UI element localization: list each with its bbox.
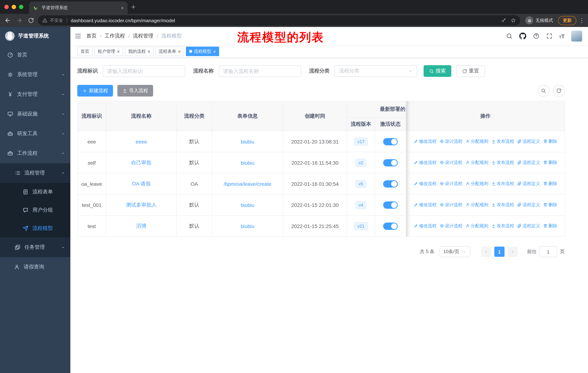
tag-close-icon[interactable]: × [213,49,216,54]
back-button[interactable] [3,16,12,25]
delete-link[interactable]: 删除 [543,223,557,229]
assign-rule-link[interactable]: 分配规则 [465,223,488,229]
edit-process-link[interactable]: 修改流程 [414,138,437,145]
search-icon[interactable] [506,33,512,39]
assign-rule-link[interactable]: 分配规则 [465,181,488,187]
sidebar-item-leave-query[interactable]: 请假查询 [0,257,70,277]
github-icon[interactable] [519,32,526,40]
sidebar-item-system[interactable]: 系统管理 [0,65,70,84]
assign-rule-link[interactable]: 分配规则 [465,160,488,166]
form-info-link[interactable]: biubiu [241,139,254,144]
design-process-link[interactable]: 设计流程 [440,223,462,229]
form-info-link[interactable]: biubiu [241,223,254,229]
prev-page-button[interactable] [481,247,491,257]
create-process-button[interactable]: 新建流程 [77,85,113,97]
process-definition-link[interactable]: 流程定义 [517,138,540,145]
browser-menu-icon[interactable]: ⋮ [578,17,585,24]
delete-link[interactable]: 删除 [543,202,557,208]
tag-close-icon[interactable]: × [117,49,120,54]
model-name-link[interactable]: 测试多审批人 [126,202,157,207]
browser-tab[interactable]: 芋道管理系统 × [29,1,128,14]
reset-button[interactable]: 重置 [456,65,485,77]
search-button[interactable]: 搜索 [424,65,451,77]
active-toggle[interactable] [383,222,398,230]
tag-my-process[interactable]: 我的流程× [125,47,153,56]
font-size-icon[interactable]: TT [559,33,565,39]
help-icon[interactable] [533,33,539,39]
form-info-link[interactable]: biubiu [241,202,254,208]
design-process-link[interactable]: 设计流程 [440,202,462,208]
process-category-select[interactable]: 流程分类 [335,65,417,77]
model-name-link[interactable]: 自己审批 [131,159,151,165]
forward-button[interactable] [15,16,24,25]
refresh-table-button[interactable] [553,85,565,97]
sidebar-item-payment[interactable]: 支付管理 [0,84,70,104]
sidebar-item-infrastructure[interactable]: 基础设施 [0,104,70,124]
edit-process-link[interactable]: 修改流程 [414,160,437,166]
bookmark-star-icon[interactable] [511,18,516,23]
publish-process-link[interactable]: 发布流程 [491,160,514,166]
window-zoom-button[interactable] [19,5,23,9]
sidebar-item-task-mgmt[interactable]: 任务管理 [0,238,70,257]
design-process-link[interactable]: 设计流程 [440,160,462,166]
sidebar-item-home[interactable]: 首页 [0,45,70,65]
model-name-link[interactable]: 滔博 [136,223,146,229]
toggle-search-button[interactable] [538,85,549,97]
publish-process-link[interactable]: 发布流程 [491,223,514,229]
delete-link[interactable]: 删除 [543,160,557,166]
design-process-link[interactable]: 设计流程 [440,181,462,187]
current-page-button[interactable]: 1 [494,247,504,257]
assign-rule-link[interactable]: 分配规则 [465,138,488,145]
tag-tenant-mgmt[interactable]: 租户管理× [94,47,123,56]
sidebar-item-devtools[interactable]: 研发工具 [0,124,70,143]
breadcrumb-home[interactable]: 首页 [86,33,97,39]
tag-close-icon[interactable]: × [178,49,181,54]
publish-process-link[interactable]: 发布流程 [491,202,514,208]
new-tab-button[interactable]: + [131,3,136,10]
tag-process-model[interactable]: 流程模型× [186,47,219,56]
model-name-link[interactable]: OA 请假 [132,181,151,186]
process-definition-link[interactable]: 流程定义 [517,181,540,187]
window-close-button[interactable] [4,5,9,9]
form-info-link[interactable]: /bpm/oa/leave/create [224,181,271,187]
publish-process-link[interactable]: 发布流程 [491,138,514,145]
active-toggle[interactable] [383,201,398,209]
active-toggle[interactable] [383,180,398,187]
edit-process-link[interactable]: 修改流程 [414,181,437,187]
design-process-link[interactable]: 设计流程 [440,138,462,145]
import-process-button[interactable]: 导入流程 [117,85,153,97]
edit-process-link[interactable]: 修改流程 [414,223,437,229]
tag-home[interactable]: 首页 [77,47,93,56]
delete-link[interactable]: 删除 [543,181,557,187]
reload-button[interactable] [26,16,36,25]
delete-link[interactable]: 删除 [543,138,557,145]
active-toggle[interactable] [383,138,398,145]
breadcrumb-process-mgmt[interactable]: 流程管理 [133,33,153,39]
tag-process-form[interactable]: 流程表单× [155,47,184,56]
window-minimize-button[interactable] [12,5,16,9]
assign-rule-link[interactable]: 分配规则 [465,202,488,208]
model-name-link[interactable]: eeee [136,139,147,144]
security-label[interactable]: 不安全 [50,17,63,23]
sidebar-item-process-mgmt[interactable]: 流程管理 [0,163,70,183]
edit-process-link[interactable]: 修改流程 [414,202,437,208]
process-name-input[interactable] [219,65,301,77]
sidebar-item-process-form[interactable]: 流程表单 [0,183,70,201]
hamburger-icon[interactable] [75,33,81,40]
sidebar-item-process-model[interactable]: 流程模型 [0,219,70,238]
address-bar[interactable]: 不安全 dashboard.yudao.iocoder.cn/bpm/manag… [38,15,520,26]
fullscreen-icon[interactable] [546,33,552,39]
process-definition-link[interactable]: 流程定义 [517,202,540,208]
page-size-select[interactable]: 10条/页 [440,246,470,257]
sidebar-item-workflow[interactable]: 工作流程 [0,143,70,163]
process-definition-link[interactable]: 流程定义 [517,223,540,229]
tag-close-icon[interactable]: × [147,49,150,54]
tab-close-icon[interactable]: × [121,5,124,10]
form-info-link[interactable]: biubiu [241,160,254,166]
goto-page-input[interactable] [539,246,557,257]
breadcrumb-workflow[interactable]: 工作流程 [105,33,125,39]
next-page-button[interactable] [507,247,518,257]
key-icon[interactable] [501,18,506,23]
process-definition-link[interactable]: 流程定义 [517,160,540,166]
process-key-input[interactable] [103,65,185,77]
